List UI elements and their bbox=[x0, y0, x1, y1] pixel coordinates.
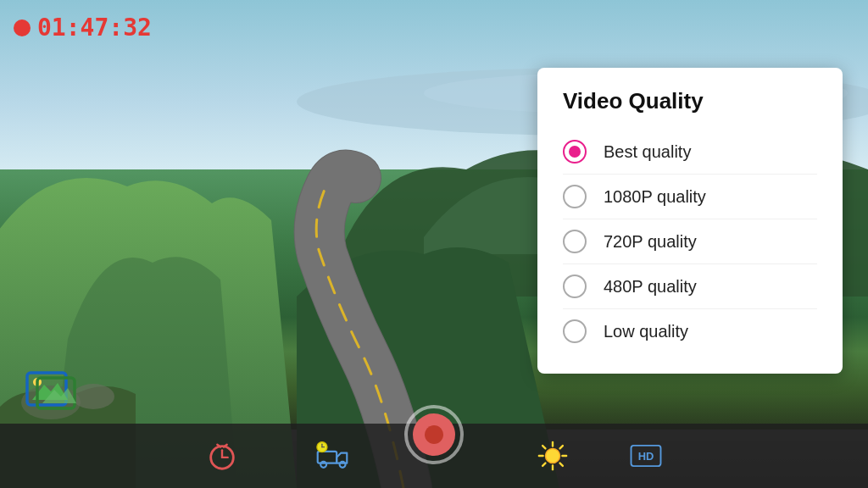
svg-line-27 bbox=[560, 463, 563, 466]
quality-label-low: Low quality bbox=[604, 322, 688, 341]
quality-label-480p: 480P quality bbox=[604, 277, 697, 297]
recording-indicator: 01:47:32 bbox=[14, 14, 152, 42]
radio-best-inner bbox=[569, 146, 581, 158]
radio-480p bbox=[563, 274, 587, 298]
timer-icon-button[interactable] bbox=[180, 424, 264, 488]
quality-option-low[interactable]: Low quality bbox=[563, 309, 817, 353]
svg-line-29 bbox=[542, 463, 545, 466]
quality-option-480p[interactable]: 480P quality bbox=[563, 264, 817, 309]
svg-point-16 bbox=[320, 462, 326, 468]
recording-dot bbox=[14, 19, 31, 36]
recording-time: 01:47:32 bbox=[37, 14, 152, 42]
hd-icon-button[interactable]: HD bbox=[604, 424, 688, 488]
svg-line-28 bbox=[560, 446, 563, 448]
quality-label-1080p: 1080P quality bbox=[604, 187, 706, 207]
quality-title: Video Quality bbox=[563, 88, 817, 114]
radio-1080p bbox=[563, 185, 587, 208]
quality-option-720p[interactable]: 720P quality bbox=[563, 219, 817, 264]
svg-point-17 bbox=[340, 462, 346, 468]
gallery-icon[interactable] bbox=[25, 369, 76, 412]
svg-point-21 bbox=[545, 448, 559, 463]
svg-line-26 bbox=[542, 446, 545, 448]
quality-panel: Video Quality Best quality 1080P quality… bbox=[537, 68, 843, 374]
capture-button-wrap bbox=[404, 405, 464, 464]
radio-low bbox=[563, 319, 587, 343]
capture-button-inner bbox=[413, 413, 455, 456]
quality-option-best[interactable]: Best quality bbox=[563, 130, 817, 175]
brightness-icon-button[interactable] bbox=[510, 424, 595, 488]
svg-text:HD: HD bbox=[638, 450, 654, 463]
truck-icon-button[interactable] bbox=[290, 424, 375, 488]
radio-best bbox=[563, 140, 587, 164]
radio-720p bbox=[563, 230, 587, 253]
quality-option-1080p[interactable]: 1080P quality bbox=[563, 175, 817, 219]
capture-button-dot bbox=[425, 425, 443, 444]
quality-label-720p: 720P quality bbox=[604, 232, 697, 252]
svg-rect-15 bbox=[318, 452, 337, 463]
quality-label-best: Best quality bbox=[604, 142, 691, 162]
capture-button[interactable] bbox=[404, 405, 464, 464]
